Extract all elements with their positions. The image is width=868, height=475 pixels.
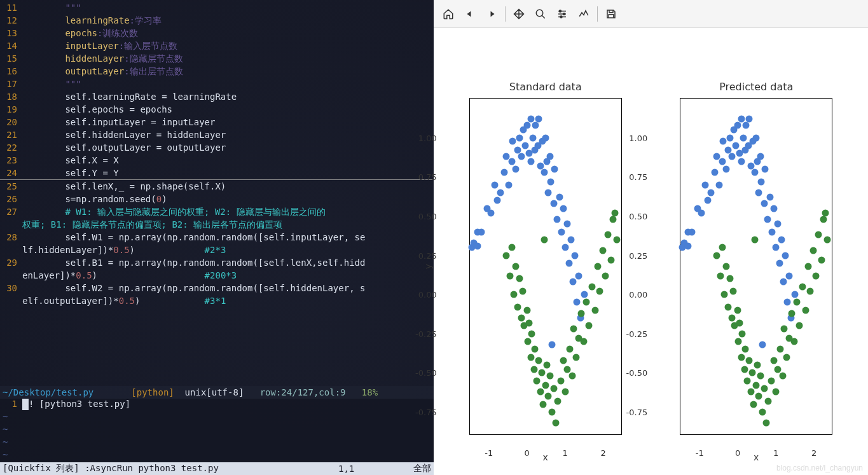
scatter-point xyxy=(720,137,727,144)
code-line[interactable]: 25 self.lenX,_ = np.shape(self.X) xyxy=(0,180,434,193)
scatter-point xyxy=(803,306,809,313)
code-text[interactable]: """ xyxy=(22,78,434,90)
scatter-point xyxy=(810,247,817,254)
code-text[interactable]: self.outputLayer = outputLayer xyxy=(22,141,434,154)
code-line[interactable]: 20 self.inputLayer = inputLayer xyxy=(0,116,434,128)
code-line[interactable]: 23 self.X = X xyxy=(0,154,434,167)
code-text[interactable]: enLayer])*0.5) #200*3 xyxy=(22,269,434,282)
scatter-point xyxy=(746,116,753,123)
line-number xyxy=(0,244,22,256)
y-tick-label: 0.75 xyxy=(629,172,647,182)
code-text[interactable]: hiddenLayer:隐藏层节点数 xyxy=(22,52,434,65)
configure-icon[interactable] xyxy=(553,4,572,24)
scatter-point xyxy=(552,420,559,427)
plot-line-icon[interactable] xyxy=(574,4,593,24)
code-text[interactable]: lf.hiddenLayer])*0.5) #2*3 xyxy=(22,244,434,256)
scatter-point xyxy=(717,272,724,279)
code-text[interactable]: self.inputLayer = inputLayer xyxy=(22,116,434,128)
scatter-point xyxy=(478,228,485,235)
scatter-point xyxy=(733,142,740,149)
code-line[interactable]: 17 """ xyxy=(0,78,434,90)
scatter-point xyxy=(791,338,798,345)
scatter-point xyxy=(752,169,759,176)
plot-frame[interactable]: -0.75-0.50-0.250.000.250.500.751.00-1012… xyxy=(469,98,622,435)
back-icon[interactable] xyxy=(460,4,479,24)
code-line[interactable]: 24 self.Y = Y xyxy=(0,167,434,180)
scatter-point xyxy=(738,158,745,165)
plot-area[interactable]: Standard data-0.75-0.50-0.250.000.250.50… xyxy=(434,28,868,475)
code-line[interactable]: 22 self.outputLayer = outputLayer xyxy=(0,141,434,154)
code-text[interactable]: elf.outputLayer])*0.5) #3*1 xyxy=(22,294,434,307)
scatter-point xyxy=(771,357,778,364)
scatter-point xyxy=(508,244,515,251)
svg-point-3 xyxy=(560,16,562,18)
line-number xyxy=(0,269,22,282)
scatter-point xyxy=(505,181,512,188)
forward-icon[interactable] xyxy=(482,4,501,24)
terminal-area[interactable]: 1 ! [python3 test.py] ~ ~ ~ ~ xyxy=(0,399,434,462)
code-line[interactable]: 27 # W1: 输入层与隐藏层之间的权重; W2: 隐藏层与输出层之间的 xyxy=(0,205,434,218)
code-line[interactable]: 13 epochs:训练次数 xyxy=(0,27,434,39)
scatter-point xyxy=(757,373,764,380)
scatter-point xyxy=(539,401,546,408)
code-text[interactable]: self.W2 = np.array(np.random.random([sel… xyxy=(22,282,434,294)
code-line[interactable]: 14 inputLayer:输入层节点数 xyxy=(0,39,434,52)
scatter-point xyxy=(529,134,536,141)
code-text[interactable]: epochs:训练次数 xyxy=(22,27,434,39)
code-line[interactable]: 权重; B1: 隐藏层各节点的偏置项; B2: 输出层各节点的偏置项 xyxy=(0,218,434,231)
code-text[interactable]: self.W1 = np.array(np.random.random([sel… xyxy=(22,231,434,244)
code-text[interactable]: self.hiddenLayer = hiddenLayer xyxy=(22,128,434,141)
code-line[interactable]: 21 self.hiddenLayer = hiddenLayer xyxy=(0,128,434,141)
code-line[interactable]: 12 learningRate:学习率 xyxy=(0,14,434,27)
y-tick-label: -0.25 xyxy=(415,329,437,338)
code-area[interactable]: 11 """12 learningRate:学习率13 epochs:训练次数1… xyxy=(0,0,434,386)
scatter-point xyxy=(580,338,587,345)
save-icon[interactable] xyxy=(602,4,621,24)
code-line[interactable]: 30 self.W2 = np.array(np.random.random([… xyxy=(0,282,434,294)
y-tick-label: 0.50 xyxy=(418,211,437,221)
code-text[interactable]: # W1: 输入层与隐藏层之间的权重; W2: 隐藏层与输出层之间的 xyxy=(22,205,434,218)
code-text[interactable]: self.X = X xyxy=(22,154,434,167)
scatter-point xyxy=(818,256,825,263)
code-text[interactable]: """ xyxy=(22,1,434,14)
scatter-point xyxy=(723,263,730,270)
line-number: 29 xyxy=(0,256,22,269)
scatter-point xyxy=(546,373,553,380)
zoom-icon[interactable] xyxy=(531,4,550,24)
code-text[interactable]: self.Y = Y xyxy=(22,167,434,179)
code-text[interactable]: self.learningRate = learningRate xyxy=(22,90,434,103)
code-line[interactable]: 28 self.W1 = np.array(np.random.random([… xyxy=(0,231,434,244)
home-icon[interactable] xyxy=(439,4,458,24)
scatter-point xyxy=(514,303,521,310)
pan-icon[interactable] xyxy=(509,4,528,24)
code-line[interactable]: 29 self.B1 = np.array(np.random.random([… xyxy=(0,256,434,269)
scatter-point xyxy=(523,306,530,313)
code-line[interactable]: 18 self.learningRate = learningRate xyxy=(0,90,434,103)
code-text[interactable]: self.epochs = epochs xyxy=(22,103,434,116)
plot-frame[interactable]: -0.75-0.50-0.250.000.250.500.751.00-1012… xyxy=(680,98,832,435)
code-text[interactable]: learningRate:学习率 xyxy=(22,14,434,27)
scatter-point xyxy=(524,338,531,345)
line-number: 24 xyxy=(0,167,22,179)
code-line[interactable]: 19 self.epochs = epochs xyxy=(0,103,434,116)
code-text[interactable]: self.lenX,_ = np.shape(self.X) xyxy=(22,180,434,193)
scatter-point xyxy=(796,322,803,329)
line-number: 25 xyxy=(0,180,22,193)
code-text[interactable]: inputLayer:输入层节点数 xyxy=(22,39,434,52)
code-line[interactable]: 16 outputLayer:输出层节点数 xyxy=(0,65,434,78)
code-text[interactable]: outputLayer:输出层节点数 xyxy=(22,65,434,78)
y-tick-label: 0.50 xyxy=(629,211,647,221)
code-text[interactable]: s=np.random.seed(0) xyxy=(22,193,434,205)
code-line[interactable]: 15 hiddenLayer:隐藏层节点数 xyxy=(0,52,434,65)
code-line[interactable]: enLayer])*0.5) #200*3 xyxy=(0,269,434,282)
code-text[interactable]: 权重; B1: 隐藏层各节点的偏置项; B2: 输出层各节点的偏置项 xyxy=(22,218,434,231)
code-line[interactable]: elf.outputLayer])*0.5) #3*1 xyxy=(0,294,434,307)
status-encoding: unix[utf-8] xyxy=(185,387,244,397)
code-text[interactable]: self.B1 = np.array(np.random.random([sel… xyxy=(22,256,434,269)
code-line[interactable]: lf.hiddenLayer])*0.5) #2*3 xyxy=(0,244,434,256)
scatter-point xyxy=(509,137,516,144)
code-line[interactable]: 11 """ xyxy=(0,1,434,14)
scatter-point xyxy=(561,244,568,251)
code-line[interactable]: 26 s=np.random.seed(0) xyxy=(0,193,434,205)
scatter-point xyxy=(525,319,532,326)
